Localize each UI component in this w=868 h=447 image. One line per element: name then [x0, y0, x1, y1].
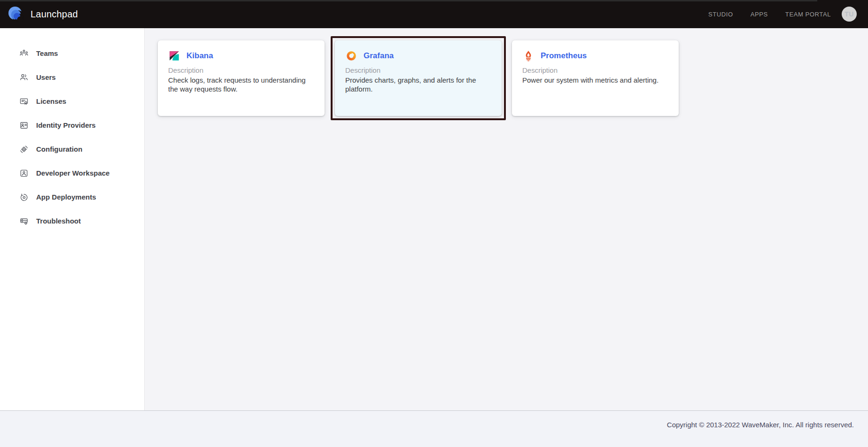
app-deployments-icon — [19, 192, 29, 202]
grafana-logo-icon — [345, 50, 357, 62]
sidebar-item-label: Developer Workspace — [36, 169, 109, 177]
sidebar-item-developer-workspace[interactable]: Developer Workspace — [0, 161, 144, 185]
nav-studio-link[interactable]: STUDIO — [708, 11, 733, 18]
nav-apps-link[interactable]: APPS — [751, 11, 768, 18]
prometheus-logo-icon — [522, 50, 535, 62]
selection-highlight: Grafana Description Provides charts, gra… — [331, 36, 506, 120]
card-header: Kibana — [168, 50, 314, 62]
teams-icon — [19, 48, 29, 59]
sidebar-item-label: Teams — [36, 49, 58, 57]
description-label: Description — [522, 66, 668, 74]
users-icon — [19, 72, 29, 83]
card-header: Grafana — [345, 50, 491, 62]
kibana-logo-icon — [168, 50, 180, 62]
sidebar-item-app-deployments[interactable]: App Deployments — [0, 185, 144, 209]
description-text: Power our system with metrics and alerti… — [522, 76, 668, 85]
wavemaker-logo-icon — [8, 6, 24, 23]
card-header: Prometheus — [522, 50, 668, 62]
brand[interactable]: Launchpad — [8, 6, 78, 23]
sidebar-item-label: App Deployments — [36, 193, 96, 201]
description-label: Description — [168, 66, 314, 74]
kibana-link[interactable]: Kibana — [186, 51, 213, 61]
app-header: Launchpad STUDIO APPS TEAM PORTAL TU — [0, 0, 868, 28]
sidebar-item-label: Troubleshoot — [36, 217, 81, 225]
app-card-prometheus[interactable]: Prometheus Description Power our system … — [512, 40, 679, 116]
description-label: Description — [345, 66, 491, 74]
sidebar: Teams Users Li — [0, 28, 145, 410]
sidebar-item-teams[interactable]: Teams — [0, 41, 144, 65]
main-content: Kibana Description Check logs, track req… — [145, 28, 868, 410]
window-top-strip — [0, 0, 817, 1]
content-row: Teams Users Li — [0, 28, 868, 410]
sidebar-item-troubleshoot[interactable]: Troubleshoot — [0, 209, 144, 233]
developer-workspace-icon — [19, 168, 29, 178]
description-text: Provides charts, graphs, and alerts for … — [345, 76, 491, 93]
sidebar-item-configuration[interactable]: Configuration — [0, 137, 144, 161]
prometheus-link[interactable]: Prometheus — [541, 51, 587, 61]
sidebar-item-label: Licenses — [36, 97, 66, 105]
sidebar-item-label: Configuration — [36, 145, 82, 153]
description-text: Check logs, track requests to understand… — [168, 76, 314, 93]
sidebar-item-label: Identity Providers — [36, 121, 96, 129]
header-nav: STUDIO APPS TEAM PORTAL TU — [708, 7, 857, 22]
app-cards-row: Kibana Description Check logs, track req… — [158, 40, 868, 116]
user-avatar[interactable]: TU — [842, 7, 857, 22]
app-card-grafana[interactable]: Grafana Description Provides charts, gra… — [335, 40, 502, 116]
page-title: Launchpad — [31, 9, 78, 20]
licenses-icon — [19, 96, 29, 107]
troubleshoot-icon — [19, 216, 29, 226]
copyright-text: Copyright © 2013-2022 WaveMaker, Inc. Al… — [667, 421, 854, 429]
sidebar-item-identity-providers[interactable]: Identity Providers — [0, 113, 144, 137]
configuration-icon — [19, 144, 29, 154]
identity-providers-icon — [19, 120, 29, 131]
sidebar-item-licenses[interactable]: Licenses — [0, 89, 144, 113]
footer: Copyright © 2013-2022 WaveMaker, Inc. Al… — [0, 410, 868, 447]
sidebar-item-users[interactable]: Users — [0, 65, 144, 89]
grafana-link[interactable]: Grafana — [364, 51, 394, 61]
nav-team-portal-link[interactable]: TEAM PORTAL — [785, 11, 831, 18]
sidebar-item-label: Users — [36, 73, 56, 81]
app-card-kibana[interactable]: Kibana Description Check logs, track req… — [158, 40, 325, 116]
